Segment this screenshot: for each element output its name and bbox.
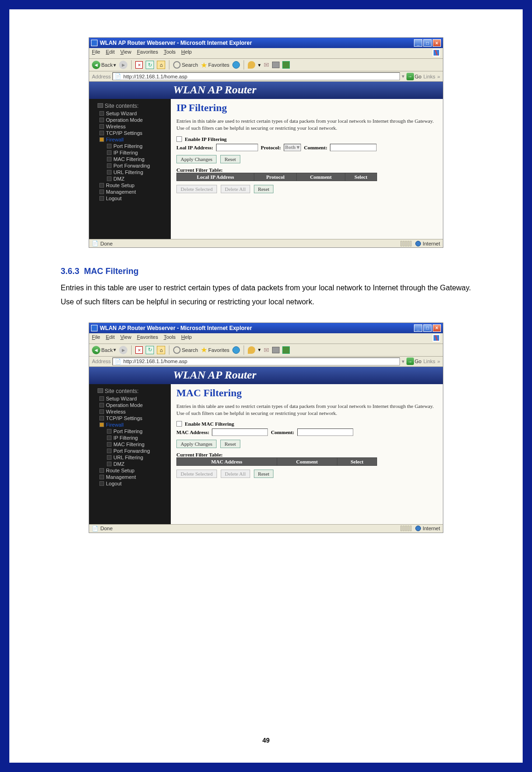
close-button[interactable]: × <box>433 39 441 47</box>
sidebar-item-setup-wizard[interactable]: Setup Wizard <box>91 395 169 402</box>
sidebar-item-port-forwarding[interactable]: Port Forwarding <box>91 162 169 169</box>
minimize-button[interactable]: _ <box>414 324 422 332</box>
sidebar-item-tcpip[interactable]: TCP/IP Settings <box>91 130 169 136</box>
history-icon[interactable] <box>248 346 255 354</box>
sidebar-item-route-setup[interactable]: Route Setup <box>91 182 169 189</box>
ip-address-input[interactable] <box>216 144 258 151</box>
favorites-button[interactable]: ★Favorites <box>201 345 229 354</box>
go-button[interactable]: →Go <box>406 358 422 365</box>
delete-selected-button[interactable]: Delete Selected <box>176 185 217 193</box>
sidebar-item-management[interactable]: Management <box>91 474 169 480</box>
apply-changes-button[interactable]: Apply Changes <box>176 440 217 448</box>
sidebar-item-mac-filtering[interactable]: MAC Filtering <box>91 156 169 162</box>
sidebar-item-url-filtering[interactable]: URL Filtering <box>91 169 169 175</box>
home-icon[interactable]: ⌂ <box>157 61 165 69</box>
maximize-button[interactable]: □ <box>423 324 432 332</box>
refresh-icon[interactable]: ↻ <box>146 346 154 354</box>
menu-favorites[interactable]: Favorites <box>137 334 158 343</box>
menu-help[interactable]: Help <box>181 49 192 57</box>
links-chevron-icon[interactable]: » <box>437 74 440 79</box>
favorites-button[interactable]: ★Favorites <box>201 61 229 70</box>
sidebar-item-logout[interactable]: Logout <box>91 480 169 487</box>
forward-button[interactable]: ► <box>119 346 127 354</box>
sidebar-item-dmz[interactable]: DMZ <box>91 461 169 467</box>
sidebar-item-wireless[interactable]: Wireless <box>91 408 169 415</box>
enable-checkbox[interactable] <box>176 421 182 427</box>
media-icon[interactable] <box>232 61 240 69</box>
stop-icon[interactable]: × <box>135 61 143 69</box>
sidebar-item-setup-wizard[interactable]: Setup Wizard <box>91 110 169 117</box>
page-icon <box>99 396 104 401</box>
search-button[interactable]: Search <box>173 61 198 69</box>
app-icon[interactable] <box>282 61 290 69</box>
print-icon[interactable] <box>272 62 280 68</box>
sidebar-item-route-setup[interactable]: Route Setup <box>91 467 169 474</box>
sidebar-item-firewall[interactable]: Firewall <box>91 136 169 143</box>
close-button[interactable]: × <box>433 324 441 332</box>
sidebar-item-wireless[interactable]: Wireless <box>91 123 169 130</box>
sidebar-item-ip-filtering[interactable]: IP Filtering <box>91 149 169 156</box>
sidebar-item-operation-mode[interactable]: Operation Mode <box>91 402 169 408</box>
menu-view[interactable]: View <box>120 49 132 57</box>
comment-input[interactable] <box>330 144 377 151</box>
sidebar-item-dmz[interactable]: DMZ <box>91 175 169 182</box>
menu-file[interactable]: File <box>92 49 100 57</box>
reset-button[interactable]: Reset <box>220 155 240 163</box>
address-input[interactable]: 📄http://192.168.1.1/home.asp <box>112 358 399 365</box>
go-button[interactable]: →Go <box>406 73 422 80</box>
menu-view[interactable]: View <box>120 334 132 343</box>
menu-file[interactable]: File <box>92 334 100 343</box>
maximize-button[interactable]: □ <box>423 39 432 47</box>
home-icon[interactable]: ⌂ <box>157 346 165 354</box>
window-titlebar: WLAN AP Router Webserver - Microsoft Int… <box>89 323 443 333</box>
media-icon[interactable] <box>232 346 240 354</box>
menu-edit[interactable]: Edit <box>106 49 115 57</box>
forward-button[interactable]: ► <box>119 61 127 69</box>
mac-address-input[interactable] <box>212 428 268 436</box>
back-button[interactable]: ◄Back ▾ <box>92 346 116 354</box>
enable-checkbox[interactable] <box>176 136 182 142</box>
separator <box>169 345 169 355</box>
refresh-icon[interactable]: ↻ <box>146 61 154 69</box>
sidebar-item-url-filtering[interactable]: URL Filtering <box>91 454 169 461</box>
sidebar-item-port-filtering[interactable]: Port Filtering <box>91 428 169 435</box>
sidebar-item-management[interactable]: Management <box>91 189 169 195</box>
sidebar-item-tcpip[interactable]: TCP/IP Settings <box>91 415 169 421</box>
menu-edit[interactable]: Edit <box>106 334 115 343</box>
sidebar-item-port-forwarding[interactable]: Port Forwarding <box>91 448 169 454</box>
page-icon <box>99 196 104 201</box>
th-select: Select <box>337 458 377 466</box>
reset-table-button[interactable]: Reset <box>254 185 273 193</box>
delete-selected-button[interactable]: Delete Selected <box>176 470 217 478</box>
minimize-button[interactable]: _ <box>414 39 422 47</box>
comment-input[interactable] <box>297 428 353 436</box>
sidebar-item-port-filtering[interactable]: Port Filtering <box>91 143 169 149</box>
page-icon <box>99 468 104 473</box>
menu-tools[interactable]: Tools <box>164 334 176 343</box>
menu-help[interactable]: Help <box>181 334 192 343</box>
sidebar-item-mac-filtering[interactable]: MAC Filtering <box>91 441 169 448</box>
mail-icon[interactable]: ✉ <box>264 346 269 354</box>
delete-all-button[interactable]: Delete All <box>221 185 250 193</box>
menu-favorites[interactable]: Favorites <box>137 49 158 57</box>
app-icon[interactable] <box>282 346 290 354</box>
protocol-select[interactable]: Both ▾ <box>284 144 301 151</box>
search-button[interactable]: Search <box>173 346 198 354</box>
menu-tools[interactable]: Tools <box>164 49 176 57</box>
sidebar-item-logout[interactable]: Logout <box>91 195 169 202</box>
address-input[interactable]: 📄http://192.168.1.1/home.asp <box>112 72 399 80</box>
print-icon[interactable] <box>272 347 280 353</box>
filter-table-title: Current Filter Table: <box>176 452 437 457</box>
history-icon[interactable] <box>248 61 255 69</box>
sidebar-item-firewall[interactable]: Firewall <box>91 421 169 428</box>
mail-icon[interactable]: ✉ <box>264 61 269 69</box>
reset-table-button[interactable]: Reset <box>254 470 273 478</box>
sidebar-item-ip-filtering[interactable]: IP Filtering <box>91 435 169 441</box>
reset-button[interactable]: Reset <box>220 440 240 448</box>
delete-all-button[interactable]: Delete All <box>221 470 250 478</box>
apply-changes-button[interactable]: Apply Changes <box>176 155 217 163</box>
back-button[interactable]: ◄Back ▾ <box>92 61 116 69</box>
sidebar-item-operation-mode[interactable]: Operation Mode <box>91 117 169 123</box>
stop-icon[interactable]: × <box>135 346 143 354</box>
links-chevron-icon[interactable]: » <box>437 358 440 364</box>
